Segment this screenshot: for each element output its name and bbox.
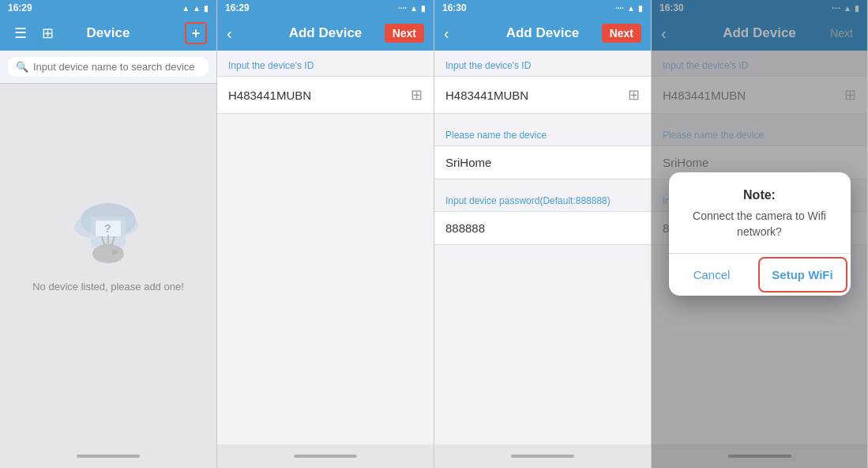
grid-button[interactable]: ⊞ (36, 22, 58, 44)
status-icons-2: ···· ▲ ▮ (398, 4, 426, 13)
wifi-icon-2: ▲ (410, 4, 418, 13)
note-dialog: Note: Connect the camera to Wifi network… (669, 172, 851, 295)
empty-illustration: ? (61, 189, 156, 268)
nav-title-2: Add Device (289, 25, 363, 41)
device-name-label-3: Please name the device (434, 120, 651, 145)
back-button-2[interactable]: ‹ (227, 25, 232, 43)
status-icons-3: ···· ▲ ▮ (615, 4, 643, 13)
nav-title-3: Add Device (506, 25, 580, 41)
panel-add-device-1: 16:29 ···· ▲ ▮ ‹ Add Device Next Input t… (217, 0, 434, 468)
device-id-label-3: Input the device's ID (434, 51, 651, 76)
back-button-3[interactable]: ‹ (444, 25, 449, 43)
signal-icon-3: ···· (615, 4, 624, 13)
status-bar-1: 16:29 ▲ ▲ ▮ (0, 0, 216, 16)
location-icon: ▲ (182, 4, 190, 13)
battery-icon: ▮ (204, 4, 209, 13)
setup-wifi-button[interactable]: Setup WiFi (758, 257, 847, 292)
status-bar-2: 16:29 ···· ▲ ▮ (217, 0, 434, 16)
panel-4-wrapper: 16:30 ···· ▲ ▮ ‹ Add Device Next Input t… (652, 0, 867, 468)
signal-icon-2: ···· (398, 4, 407, 13)
device-id-field-2: ⊞ (217, 76, 434, 114)
empty-svg: ? (61, 189, 156, 268)
home-indicator-2 (294, 455, 357, 458)
bottom-bar-2 (217, 444, 434, 468)
status-bar-3: 16:30 ···· ▲ ▮ (434, 0, 651, 16)
nav-bar-3: ‹ Add Device Next (434, 16, 651, 51)
nav-bar-1: ☰ ⊞ Device + (0, 16, 216, 51)
nav-left-2: ‹ (227, 25, 232, 43)
nav-right-3: Next (602, 24, 641, 43)
nav-title-1: Device (87, 25, 130, 41)
search-icon: 🔍 (16, 61, 28, 73)
next-button-3[interactable]: Next (602, 24, 641, 43)
nav-left-1: ☰ ⊞ (9, 22, 58, 44)
battery-icon-3: ▮ (638, 4, 643, 13)
password-field-3 (434, 211, 651, 245)
nav-right-1: + (185, 22, 207, 44)
status-icons-1: ▲ ▲ ▮ (182, 4, 209, 13)
time-1: 16:29 (8, 2, 32, 13)
nav-bar-2: ‹ Add Device Next (217, 16, 434, 51)
qr-icon-2[interactable]: ⊞ (411, 86, 423, 104)
password-label-3: Input device password(Default:888888) (434, 186, 651, 211)
wifi-icon: ▲ (193, 4, 201, 13)
menu-button[interactable]: ☰ (9, 22, 32, 44)
form-container-3: Input the device's ID ⊞ Please name the … (434, 51, 651, 444)
device-id-label-2: Input the device's ID (217, 51, 434, 76)
add-device-button[interactable]: + (185, 22, 207, 44)
bottom-bar-1 (0, 444, 216, 468)
dialog-buttons: Cancel Setup WiFi (669, 253, 851, 296)
home-indicator-3 (511, 455, 574, 458)
battery-icon-2: ▮ (421, 4, 426, 13)
search-input-wrap: 🔍 (8, 57, 209, 77)
device-empty-state: ? No device listed, please add one! (0, 84, 216, 444)
dialog-content: Note: Connect the camera to Wifi network… (669, 172, 851, 252)
time-2: 16:29 (225, 2, 250, 13)
svg-point-11 (111, 250, 118, 255)
next-button-2[interactable]: Next (385, 24, 424, 43)
device-id-input-3[interactable] (445, 89, 628, 102)
panel-device-list: 16:29 ▲ ▲ ▮ ☰ ⊞ Device + 🔍 (0, 0, 217, 468)
svg-text:?: ? (104, 222, 111, 235)
nav-right-2: Next (385, 24, 424, 43)
device-name-input-3[interactable] (445, 156, 640, 169)
bottom-bar-3 (434, 444, 651, 468)
device-name-field-3 (434, 145, 651, 179)
panel-add-device-2: 16:30 ···· ▲ ▮ ‹ Add Device Next Input t… (434, 0, 652, 468)
time-3: 16:30 (442, 2, 467, 13)
cancel-button[interactable]: Cancel (669, 254, 755, 296)
device-id-input-2[interactable] (228, 89, 411, 102)
wifi-icon-3: ▲ (627, 4, 635, 13)
dialog-backdrop: Note: Connect the camera to Wifi network… (652, 0, 867, 468)
qr-icon-3[interactable]: ⊞ (628, 86, 640, 104)
device-id-field-3: ⊞ (434, 76, 651, 114)
home-indicator-1 (77, 455, 140, 458)
nav-left-3: ‹ (444, 25, 449, 43)
panel-add-device-3: 16:30 ···· ▲ ▮ ‹ Add Device Next Input t… (652, 0, 868, 468)
search-bar: 🔍 (0, 51, 216, 84)
empty-text: No device listed, please add one! (32, 281, 184, 292)
dialog-message: Connect the camera to Wifi network? (685, 209, 835, 240)
dialog-title: Note: (685, 188, 835, 202)
form-container-2: Input the device's ID ⊞ (217, 51, 434, 444)
password-input-3[interactable] (445, 221, 640, 235)
search-input[interactable] (33, 61, 201, 73)
